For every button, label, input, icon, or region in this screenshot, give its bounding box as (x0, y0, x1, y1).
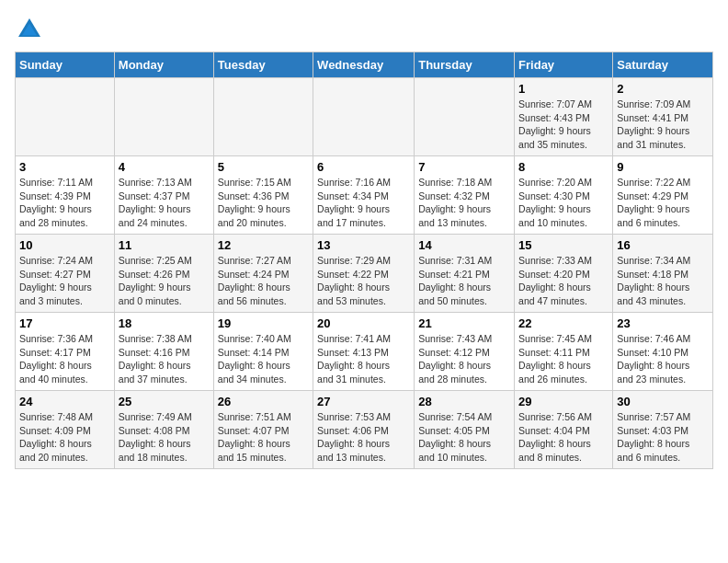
day-number: 19 (218, 316, 309, 330)
day-info: Sunrise: 7:57 AM Sunset: 4:03 PM Dayligh… (617, 410, 709, 465)
calendar-cell: 3Sunrise: 7:11 AM Sunset: 4:39 PM Daylig… (16, 156, 115, 235)
day-info: Sunrise: 7:13 AM Sunset: 4:37 PM Dayligh… (119, 176, 210, 230)
day-info: Sunrise: 7:09 AM Sunset: 4:41 PM Dayligh… (617, 98, 709, 152)
day-number: 26 (218, 395, 309, 408)
calendar-cell: 4Sunrise: 7:13 AM Sunset: 4:37 PM Daylig… (114, 156, 213, 235)
calendar-cell: 18Sunrise: 7:38 AM Sunset: 4:16 PM Dayli… (114, 313, 213, 391)
day-number: 13 (317, 238, 410, 252)
day-info: Sunrise: 7:51 AM Sunset: 4:07 PM Dayligh… (218, 410, 309, 465)
day-number: 4 (119, 160, 210, 174)
column-header-tuesday: Tuesday (213, 52, 313, 78)
day-info: Sunrise: 7:20 AM Sunset: 4:30 PM Dayligh… (518, 176, 609, 230)
day-number: 3 (19, 160, 110, 174)
column-header-monday: Monday (114, 52, 213, 78)
calendar-cell (16, 78, 115, 156)
column-header-friday: Friday (515, 52, 613, 78)
calendar-cell: 10Sunrise: 7:24 AM Sunset: 4:27 PM Dayli… (16, 235, 115, 313)
calendar-cell (415, 78, 515, 156)
calendar-cell: 26Sunrise: 7:51 AM Sunset: 4:07 PM Dayli… (213, 391, 313, 469)
day-number: 2 (617, 82, 709, 96)
day-number: 5 (218, 160, 309, 174)
calendar-cell: 2Sunrise: 7:09 AM Sunset: 4:41 PM Daylig… (613, 78, 713, 156)
day-number: 9 (617, 160, 709, 174)
calendar-cell: 22Sunrise: 7:45 AM Sunset: 4:11 PM Dayli… (515, 313, 613, 391)
day-number: 18 (119, 316, 210, 330)
calendar-cell: 20Sunrise: 7:41 AM Sunset: 4:13 PM Dayli… (313, 313, 415, 391)
day-info: Sunrise: 7:46 AM Sunset: 4:10 PM Dayligh… (617, 332, 709, 386)
day-number: 1 (518, 82, 609, 96)
day-number: 28 (418, 395, 510, 408)
calendar-cell: 25Sunrise: 7:49 AM Sunset: 4:08 PM Dayli… (114, 391, 213, 469)
day-number: 24 (19, 395, 110, 408)
calendar-cell: 9Sunrise: 7:22 AM Sunset: 4:29 PM Daylig… (613, 156, 713, 235)
day-info: Sunrise: 7:54 AM Sunset: 4:05 PM Dayligh… (418, 410, 510, 465)
day-number: 21 (418, 316, 510, 330)
day-number: 12 (218, 238, 309, 252)
day-info: Sunrise: 7:36 AM Sunset: 4:17 PM Dayligh… (19, 332, 110, 386)
logo (15, 15, 48, 44)
calendar-cell: 6Sunrise: 7:16 AM Sunset: 4:34 PM Daylig… (313, 156, 415, 235)
day-info: Sunrise: 7:43 AM Sunset: 4:12 PM Dayligh… (418, 332, 510, 386)
calendar-week-row: 24Sunrise: 7:48 AM Sunset: 4:09 PM Dayli… (16, 391, 713, 469)
day-number: 20 (317, 316, 410, 330)
day-info: Sunrise: 7:22 AM Sunset: 4:29 PM Dayligh… (617, 176, 709, 230)
day-info: Sunrise: 7:56 AM Sunset: 4:04 PM Dayligh… (518, 410, 609, 465)
column-header-thursday: Thursday (415, 52, 515, 78)
calendar-cell (114, 78, 213, 156)
day-number: 30 (617, 395, 709, 408)
calendar-cell: 1Sunrise: 7:07 AM Sunset: 4:43 PM Daylig… (515, 78, 613, 156)
day-info: Sunrise: 7:41 AM Sunset: 4:13 PM Dayligh… (317, 332, 410, 386)
day-info: Sunrise: 7:07 AM Sunset: 4:43 PM Dayligh… (518, 98, 609, 152)
calendar-header-row: SundayMondayTuesdayWednesdayThursdayFrid… (16, 52, 713, 78)
day-info: Sunrise: 7:45 AM Sunset: 4:11 PM Dayligh… (518, 332, 609, 386)
calendar-cell: 16Sunrise: 7:34 AM Sunset: 4:18 PM Dayli… (613, 235, 713, 313)
day-number: 16 (617, 238, 709, 252)
logo-icon (15, 15, 44, 44)
column-header-saturday: Saturday (613, 52, 713, 78)
day-info: Sunrise: 7:33 AM Sunset: 4:20 PM Dayligh… (518, 254, 609, 308)
column-header-wednesday: Wednesday (313, 52, 415, 78)
day-info: Sunrise: 7:29 AM Sunset: 4:22 PM Dayligh… (317, 254, 410, 308)
calendar-week-row: 3Sunrise: 7:11 AM Sunset: 4:39 PM Daylig… (16, 156, 713, 235)
day-number: 7 (418, 160, 510, 174)
day-info: Sunrise: 7:48 AM Sunset: 4:09 PM Dayligh… (19, 410, 110, 465)
day-info: Sunrise: 7:25 AM Sunset: 4:26 PM Dayligh… (119, 254, 210, 308)
day-number: 6 (317, 160, 410, 174)
day-number: 23 (617, 316, 709, 330)
calendar-cell: 5Sunrise: 7:15 AM Sunset: 4:36 PM Daylig… (213, 156, 313, 235)
calendar-cell (213, 78, 313, 156)
calendar-cell: 15Sunrise: 7:33 AM Sunset: 4:20 PM Dayli… (515, 235, 613, 313)
day-info: Sunrise: 7:49 AM Sunset: 4:08 PM Dayligh… (119, 410, 210, 465)
day-info: Sunrise: 7:53 AM Sunset: 4:06 PM Dayligh… (317, 410, 410, 465)
day-number: 29 (518, 395, 609, 408)
calendar-cell: 19Sunrise: 7:40 AM Sunset: 4:14 PM Dayli… (213, 313, 313, 391)
day-info: Sunrise: 7:24 AM Sunset: 4:27 PM Dayligh… (19, 254, 110, 308)
calendar-cell: 13Sunrise: 7:29 AM Sunset: 4:22 PM Dayli… (313, 235, 415, 313)
calendar-week-row: 1Sunrise: 7:07 AM Sunset: 4:43 PM Daylig… (16, 78, 713, 156)
calendar-cell: 14Sunrise: 7:31 AM Sunset: 4:21 PM Dayli… (415, 235, 515, 313)
calendar-cell: 24Sunrise: 7:48 AM Sunset: 4:09 PM Dayli… (16, 391, 115, 469)
calendar-cell: 27Sunrise: 7:53 AM Sunset: 4:06 PM Dayli… (313, 391, 415, 469)
day-info: Sunrise: 7:40 AM Sunset: 4:14 PM Dayligh… (218, 332, 309, 386)
day-number: 27 (317, 395, 410, 408)
day-number: 14 (418, 238, 510, 252)
day-number: 15 (518, 238, 609, 252)
calendar-cell: 21Sunrise: 7:43 AM Sunset: 4:12 PM Dayli… (415, 313, 515, 391)
calendar-cell: 30Sunrise: 7:57 AM Sunset: 4:03 PM Dayli… (613, 391, 713, 469)
calendar-cell: 7Sunrise: 7:18 AM Sunset: 4:32 PM Daylig… (415, 156, 515, 235)
calendar-table: SundayMondayTuesdayWednesdayThursdayFrid… (15, 52, 713, 469)
day-info: Sunrise: 7:38 AM Sunset: 4:16 PM Dayligh… (119, 332, 210, 386)
day-number: 11 (119, 238, 210, 252)
day-info: Sunrise: 7:27 AM Sunset: 4:24 PM Dayligh… (218, 254, 309, 308)
calendar-week-row: 17Sunrise: 7:36 AM Sunset: 4:17 PM Dayli… (16, 313, 713, 391)
calendar-cell: 23Sunrise: 7:46 AM Sunset: 4:10 PM Dayli… (613, 313, 713, 391)
day-info: Sunrise: 7:15 AM Sunset: 4:36 PM Dayligh… (218, 176, 309, 230)
day-info: Sunrise: 7:31 AM Sunset: 4:21 PM Dayligh… (418, 254, 510, 308)
day-info: Sunrise: 7:18 AM Sunset: 4:32 PM Dayligh… (418, 176, 510, 230)
page-header (15, 15, 713, 44)
day-number: 8 (518, 160, 609, 174)
calendar-cell: 8Sunrise: 7:20 AM Sunset: 4:30 PM Daylig… (515, 156, 613, 235)
calendar-cell (313, 78, 415, 156)
day-info: Sunrise: 7:16 AM Sunset: 4:34 PM Dayligh… (317, 176, 410, 230)
day-number: 10 (19, 238, 110, 252)
